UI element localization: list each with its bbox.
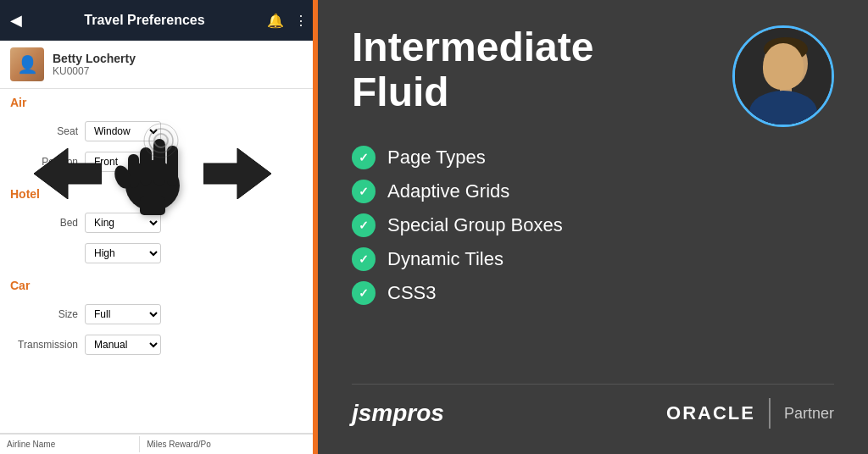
hand-gesture-icon xyxy=(114,122,191,235)
main-title: IntermediateFluid xyxy=(352,25,593,115)
check-icon xyxy=(352,180,376,203)
check-icon xyxy=(352,146,376,169)
right-panel: IntermediateFluid Page Types Adaptive Gr… xyxy=(318,0,868,454)
size-select[interactable]: Full Compact xyxy=(85,304,161,324)
title-block: IntermediateFluid Page Types Adaptive Gr… xyxy=(352,25,593,327)
svg-rect-5 xyxy=(167,146,178,186)
jsmpros-logo: jsmpros xyxy=(352,400,444,427)
svg-rect-8 xyxy=(140,197,165,215)
avatar: 👤 xyxy=(10,47,44,81)
check-icon xyxy=(352,213,376,237)
user-info: Betty Locherty KU0007 xyxy=(53,52,136,77)
partner-text: Partner xyxy=(784,405,834,423)
bottom-table-row: Airline Name Miles Reward/Po xyxy=(0,433,318,454)
list-item-label: Adaptive Grids xyxy=(387,180,509,202)
oracle-text: ORACLE xyxy=(666,402,755,424)
header-icons: 🔔 ⋮ xyxy=(267,13,308,29)
list-item-label: CSS3 xyxy=(387,282,436,304)
gesture-overlay xyxy=(17,85,288,271)
section-car: Car xyxy=(0,272,318,296)
svg-point-14 xyxy=(764,37,808,61)
svg-rect-18 xyxy=(780,86,792,97)
list-item-label: Special Group Boxes xyxy=(387,214,563,236)
svg-marker-1 xyxy=(203,148,271,199)
page-title: Travel Preferences xyxy=(84,13,204,28)
user-name: Betty Locherty xyxy=(53,52,136,65)
list-item-label: Page Types xyxy=(387,147,486,169)
car-form: Size Full Compact Transmission Manual Au… xyxy=(0,296,318,363)
svg-point-16 xyxy=(791,59,796,64)
arrows-container xyxy=(34,102,271,254)
list-item: Page Types xyxy=(352,141,593,174)
transmission-select[interactable]: Manual Automatic xyxy=(85,335,161,355)
arrow-left-icon xyxy=(34,148,102,208)
checklist: Page Types Adaptive Grids Special Group … xyxy=(352,141,593,310)
oracle-partner: ORACLE Partner xyxy=(666,398,834,429)
list-item: Special Group Boxes xyxy=(352,208,593,242)
list-item-label: Dynamic Tiles xyxy=(387,248,504,270)
check-icon xyxy=(352,281,376,305)
left-panel: ◀ Travel Preferences 🔔 ⋮ 👤 Betty Lochert… xyxy=(0,0,318,454)
mobile-frame: ◀ Travel Preferences 🔔 ⋮ 👤 Betty Lochert… xyxy=(0,0,318,454)
form-row: Transmission Manual Automatic xyxy=(10,329,308,360)
bottom-table: Airline Name Miles Reward/Po xyxy=(0,434,318,454)
svg-marker-0 xyxy=(34,148,102,199)
size-label: Size xyxy=(10,308,78,320)
divider xyxy=(769,398,771,429)
back-button[interactable]: ◀ xyxy=(10,11,22,30)
menu-icon[interactable]: ⋮ xyxy=(294,13,308,29)
mobile-header: ◀ Travel Preferences 🔔 ⋮ xyxy=(0,0,318,41)
avatar-image: 👤 xyxy=(10,47,44,81)
svg-rect-12 xyxy=(735,28,832,125)
list-item: CSS3 xyxy=(352,276,593,310)
check-icon xyxy=(352,247,376,271)
bell-icon[interactable]: 🔔 xyxy=(267,13,284,29)
user-id: KU0007 xyxy=(53,65,136,77)
form-row: Size Full Compact xyxy=(10,299,308,329)
right-top: IntermediateFluid Page Types Adaptive Gr… xyxy=(352,25,834,327)
profile-image xyxy=(735,28,832,125)
svg-rect-4 xyxy=(153,139,165,185)
col-miles: Miles Reward/Po xyxy=(142,436,316,452)
profile-circle xyxy=(732,25,834,127)
bottom-bar: jsmpros ORACLE Partner xyxy=(352,384,834,429)
list-item: Adaptive Grids xyxy=(352,174,593,208)
svg-point-15 xyxy=(776,59,781,64)
arrow-right-icon xyxy=(203,148,271,208)
col-airline: Airline Name xyxy=(2,436,140,452)
transmission-label: Transmission xyxy=(10,339,78,351)
list-item: Dynamic Tiles xyxy=(352,242,593,276)
user-bar: 👤 Betty Locherty KU0007 xyxy=(0,41,318,89)
